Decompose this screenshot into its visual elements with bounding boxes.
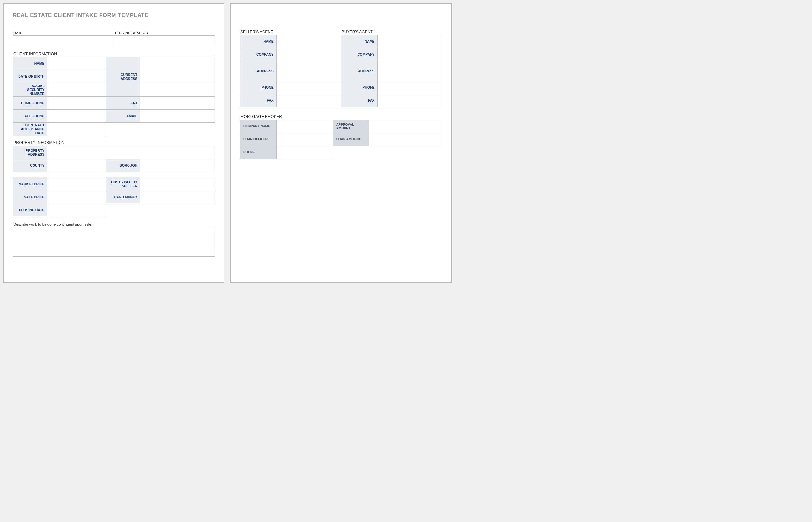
property-table-1: PROPERTY ADDRESS COUNTY BOROUGH <box>13 146 215 172</box>
label-b-company: COMPANY <box>341 48 378 61</box>
buyer-agent-table: NAME COMPANY ADDRESS PHONE FAX <box>341 35 442 107</box>
field-b-phone[interactable] <box>378 81 442 94</box>
realtor-input[interactable] <box>114 36 215 46</box>
field-s-company[interactable] <box>276 48 341 61</box>
field-fax[interactable] <box>140 97 215 109</box>
label-approval-amount: APPROVAL AMOUNT <box>333 120 369 133</box>
field-s-name[interactable] <box>276 35 341 48</box>
header-row: DATE TENDING REALTOR <box>13 31 215 46</box>
label-borough: BOROUGH <box>106 159 140 172</box>
label-s-address: ADDRESS <box>240 61 276 81</box>
field-county[interactable] <box>47 159 106 172</box>
field-alt-phone[interactable] <box>47 109 106 123</box>
field-costs-paid[interactable] <box>140 178 215 190</box>
field-s-address[interactable] <box>276 61 341 81</box>
label-email: EMAIL <box>106 109 140 123</box>
field-broker-phone[interactable] <box>276 146 333 159</box>
label-home-phone: HOME PHONE <box>13 97 47 109</box>
label-loan-amount: LOAN AMOUNT <box>333 133 369 146</box>
label-s-fax: FAX <box>240 94 276 107</box>
field-closing-date[interactable] <box>47 203 106 217</box>
label-dob: DATE OF BIRTH <box>13 70 47 83</box>
label-broker-company: COMPANY NAME <box>240 120 276 133</box>
field-b-fax[interactable] <box>378 94 442 107</box>
page-1: REAL ESTATE CLIENT INTAKE FORM TEMPLATE … <box>3 3 225 283</box>
label-alt-phone: ALT. PHONE <box>13 109 47 123</box>
realtor-label: TENDING REALTOR <box>115 31 215 35</box>
label-loan-officer: LOAN OFFICER <box>240 133 276 146</box>
field-ssn[interactable] <box>47 83 106 97</box>
field-sale-price[interactable] <box>47 190 106 203</box>
label-s-company: COMPANY <box>240 48 276 61</box>
page-2: SELLER'S AGENT BUYER'S AGENT NAME COMPAN… <box>230 3 451 283</box>
label-broker-phone: PHONE <box>240 146 276 159</box>
field-hand-money[interactable] <box>140 190 215 203</box>
label-b-phone: PHONE <box>341 81 378 94</box>
broker-section-title: MORTGAGE BROKER <box>240 115 442 119</box>
label-b-fax: FAX <box>341 94 378 107</box>
label-s-phone: PHONE <box>240 81 276 94</box>
field-email[interactable] <box>140 109 215 123</box>
date-label: DATE <box>13 31 114 35</box>
field-s-phone[interactable] <box>276 81 341 94</box>
agents-tables: NAME COMPANY ADDRESS PHONE FAX NAME COMP… <box>240 35 442 107</box>
describe-label: Describe work to be done contingent upon… <box>13 222 215 226</box>
label-b-name: NAME <box>341 35 378 48</box>
label-prop-address: PROPERTY ADDRESS <box>13 146 47 159</box>
label-name: NAME <box>13 57 47 70</box>
field-b-address[interactable] <box>378 61 442 81</box>
field-current-address-1[interactable] <box>140 57 215 83</box>
field-broker-company[interactable] <box>276 120 333 133</box>
client-info-table: NAME CURRENT ADDRESS DATE OF BIRTH SOCIA… <box>13 57 215 136</box>
label-market-price: MARKET PRICE <box>13 178 47 190</box>
label-ssn: SOCIAL SECURITY NUMBER <box>13 83 47 97</box>
client-section-title: CLIENT INFORMATION <box>13 52 215 56</box>
label-hand-money: HAND MONEY <box>106 190 140 203</box>
field-loan-amount[interactable] <box>369 133 442 146</box>
broker-table: COMPANY NAME APPROVAL AMOUNT LOAN OFFICE… <box>240 120 442 159</box>
label-fax: FAX <box>106 97 140 109</box>
seller-agent-title: SELLER'S AGENT <box>240 29 341 34</box>
field-current-address-2[interactable] <box>140 83 215 97</box>
label-closing-date: CLOSING DATE <box>13 203 47 217</box>
label-s-name: NAME <box>240 35 276 48</box>
property-section-title: PROPERTY INFORMATION <box>13 140 215 145</box>
field-loan-officer[interactable] <box>276 133 333 146</box>
label-b-address: ADDRESS <box>341 61 378 81</box>
field-dob[interactable] <box>47 70 106 83</box>
label-contract-date: CONTRACT ACCEPTANCE DATE <box>13 123 47 136</box>
label-county: COUNTY <box>13 159 47 172</box>
field-approval-amount[interactable] <box>369 120 442 133</box>
field-contract-date[interactable] <box>47 123 106 136</box>
form-title: REAL ESTATE CLIENT INTAKE FORM TEMPLATE <box>13 12 215 19</box>
date-input[interactable] <box>13 36 114 46</box>
property-table-2: MARKET PRICE COSTS PAID BY SELLLER SALE … <box>13 177 215 217</box>
field-prop-address[interactable] <box>47 146 215 159</box>
buyer-agent-title: BUYER'S AGENT <box>341 29 442 34</box>
field-market-price[interactable] <box>47 178 106 190</box>
field-s-fax[interactable] <box>276 94 341 107</box>
field-name[interactable] <box>47 57 106 70</box>
describe-textarea[interactable] <box>13 227 215 257</box>
field-borough[interactable] <box>140 159 215 172</box>
label-costs-paid: COSTS PAID BY SELLLER <box>106 178 140 190</box>
field-b-name[interactable] <box>378 35 442 48</box>
label-current-address: CURRENT ADDRESS <box>106 57 140 97</box>
field-home-phone[interactable] <box>47 97 106 109</box>
field-b-company[interactable] <box>378 48 442 61</box>
label-sale-price: SALE PRICE <box>13 190 47 203</box>
seller-agent-table: NAME COMPANY ADDRESS PHONE FAX <box>240 35 341 107</box>
